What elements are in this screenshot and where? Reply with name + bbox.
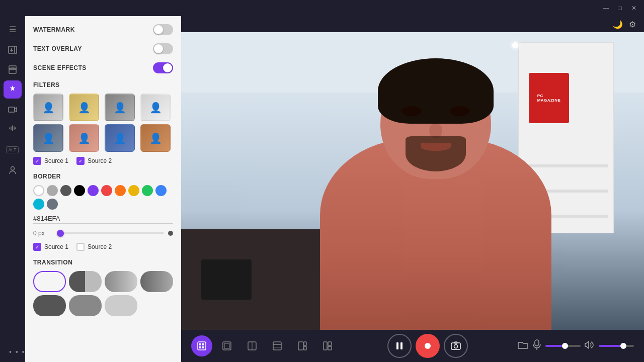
theme-moon-icon[interactable]: 🌙 xyxy=(613,20,623,29)
text-overlay-row: TEXT OVERLAY xyxy=(33,43,173,54)
layout-btn-2[interactable] xyxy=(216,335,237,356)
filter-item-4[interactable]: 👤 xyxy=(33,124,63,152)
content-topbar: 🌙 ⚙ xyxy=(181,16,644,32)
filter-source1[interactable]: Source 1 xyxy=(33,157,68,165)
transition-item-4[interactable] xyxy=(33,295,66,316)
settings-gear-icon[interactable]: ⚙ xyxy=(629,20,636,29)
svg-point-27 xyxy=(454,345,458,348)
transition-item-0[interactable] xyxy=(33,271,66,292)
cam-desk xyxy=(181,229,342,330)
mic-button[interactable] xyxy=(532,339,541,353)
watermark-toggle[interactable] xyxy=(153,24,173,35)
layout-btn-6[interactable] xyxy=(317,335,338,356)
border-slider-track[interactable] xyxy=(57,232,164,234)
watermark-toggle-knob xyxy=(154,25,163,34)
transition-header: TRANSITION xyxy=(33,259,173,266)
volume-slider-1[interactable] xyxy=(545,345,581,347)
layout-btn-4[interactable] xyxy=(267,335,288,356)
border-slider-thumb[interactable] xyxy=(57,230,64,237)
color-swatch-gray[interactable] xyxy=(47,185,58,196)
svg-rect-19 xyxy=(304,346,306,350)
filter-item-2[interactable]: 👤 xyxy=(105,94,135,121)
svg-rect-8 xyxy=(199,346,201,348)
transition-item-6[interactable] xyxy=(105,295,137,316)
folder-button[interactable] xyxy=(517,340,528,352)
border-source-row: Source 1 Source 2 xyxy=(33,243,173,251)
titlebar: — □ ✕ xyxy=(0,0,644,16)
sidebar-item-video[interactable] xyxy=(4,101,22,119)
sidebar-item-import[interactable] xyxy=(4,40,22,58)
maximize-button[interactable]: □ xyxy=(616,4,624,12)
screenshot-button[interactable] xyxy=(444,334,468,358)
sidebar-item-audio[interactable] xyxy=(4,121,22,139)
color-swatch-orange[interactable] xyxy=(115,185,126,196)
filter-source1-checkbox[interactable] xyxy=(33,157,41,165)
filter-item-1[interactable]: 👤 xyxy=(69,94,99,121)
watermark-label: WATERMARK xyxy=(33,26,75,33)
text-overlay-toggle[interactable] xyxy=(153,43,173,54)
color-swatches xyxy=(33,185,173,210)
layout-btn-5[interactable] xyxy=(292,335,313,356)
color-swatch-white[interactable] xyxy=(33,185,44,196)
color-hex-input[interactable]: #814EFA xyxy=(33,214,173,224)
sidebar-item-layer[interactable] xyxy=(4,60,22,78)
svg-rect-18 xyxy=(304,342,306,345)
color-swatch-slate[interactable] xyxy=(47,199,58,210)
volume-thumb-1[interactable] xyxy=(562,343,568,349)
more-options-button[interactable]: • • • xyxy=(9,348,25,356)
color-swatch-yellow[interactable] xyxy=(128,185,139,196)
bottom-toolbar xyxy=(181,330,644,362)
transition-item-3[interactable] xyxy=(140,271,173,292)
sidebar-item-effects[interactable] xyxy=(4,80,22,99)
filter-source2-checkbox[interactable] xyxy=(76,157,85,165)
filter-item-0[interactable]: 👤 xyxy=(33,94,63,121)
border-source2[interactable]: Source 2 xyxy=(76,243,112,251)
color-swatch-darkblue[interactable] xyxy=(155,185,167,196)
content-area: 🌙 ⚙ PCMAGAZINE xyxy=(181,16,644,362)
border-source2-label: Source 2 xyxy=(88,243,112,250)
svg-rect-3 xyxy=(9,107,15,112)
svg-rect-11 xyxy=(224,343,229,348)
filter-item-3[interactable]: 👤 xyxy=(140,94,171,121)
filter-item-6[interactable]: 👤 xyxy=(105,124,135,152)
pause-button[interactable] xyxy=(387,334,412,358)
layout-btn-3[interactable] xyxy=(242,335,263,356)
border-source1-checkbox[interactable] xyxy=(33,243,41,251)
filter-source-row: Source 1 Source 2 xyxy=(33,157,173,165)
watermark-row: WATERMARK xyxy=(33,24,173,35)
transition-item-1[interactable] xyxy=(69,271,102,292)
record-button[interactable] xyxy=(416,334,440,358)
volume-slider-2[interactable] xyxy=(599,345,634,347)
cam-monitor xyxy=(201,259,252,300)
border-source1[interactable]: Source 1 xyxy=(33,243,68,251)
cam-person-beard xyxy=(406,136,466,171)
volume-thumb-2[interactable] xyxy=(620,343,626,349)
sidebar-item-menu[interactable]: ☰ xyxy=(4,20,22,38)
color-swatch-purple[interactable] xyxy=(88,185,99,196)
color-swatch-green[interactable] xyxy=(142,185,153,196)
transition-item-5[interactable] xyxy=(69,295,102,316)
border-source1-label: Source 1 xyxy=(44,243,68,250)
sidebar-item-person[interactable] xyxy=(4,161,22,179)
speaker-button[interactable] xyxy=(585,340,595,352)
scene-effects-toggle[interactable] xyxy=(153,62,173,73)
color-swatch-black[interactable] xyxy=(74,185,85,196)
color-swatch-darkgray[interactable] xyxy=(60,185,71,196)
cam-person-head xyxy=(380,58,491,179)
sidebar: ☰ xyxy=(0,16,25,362)
close-button[interactable]: ✕ xyxy=(630,4,638,12)
sidebar-item-alt[interactable]: ALT xyxy=(4,141,22,159)
settings-panel: WATERMARK TEXT OVERLAY SCENE EFFECTS FIL… xyxy=(25,16,181,362)
svg-rect-15 xyxy=(273,344,281,345)
minimize-button[interactable]: — xyxy=(602,4,610,12)
border-source2-checkbox[interactable] xyxy=(76,243,85,251)
filter-item-5[interactable]: 👤 xyxy=(69,124,99,152)
scene-effects-row: SCENE EFFECTS xyxy=(33,62,173,73)
filter-item-7[interactable]: 👤 xyxy=(140,124,171,152)
cam-person-left-eye xyxy=(401,106,422,116)
color-swatch-red[interactable] xyxy=(101,185,112,196)
transition-item-2[interactable] xyxy=(105,271,137,292)
color-swatch-cyan[interactable] xyxy=(33,199,44,210)
layout-btn-1[interactable] xyxy=(191,335,212,356)
filter-source2[interactable]: Source 2 xyxy=(76,157,112,165)
